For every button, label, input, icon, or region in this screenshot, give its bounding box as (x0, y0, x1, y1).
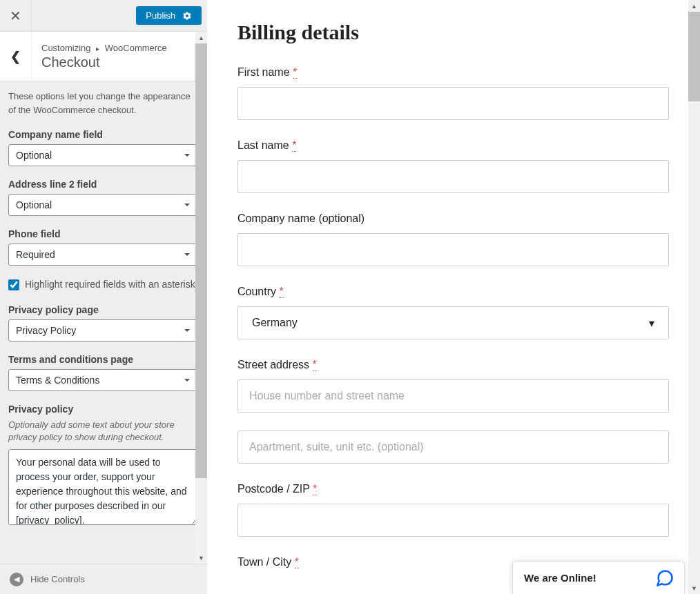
last-name-input[interactable] (237, 160, 669, 193)
last-name-row: Last name * (237, 139, 669, 193)
scroll-down-icon[interactable]: ▼ (688, 582, 700, 594)
country-value: Germany (252, 317, 298, 329)
preview-scrollbar[interactable]: ▲ ▼ (688, 0, 700, 594)
company-name-control: Company name field Optional (8, 129, 199, 166)
sidebar-scrollbar[interactable]: ▲ ▼ (195, 32, 207, 564)
sidebar-footer: ◀ Hide Controls (0, 564, 207, 594)
sidebar-controls: These options let you change the appeara… (0, 81, 207, 564)
scrollbar-thumb[interactable] (688, 12, 700, 101)
company-name-row: Company name (optional) (237, 212, 669, 266)
chevron-left-icon: ❮ (10, 49, 21, 64)
publish-button[interactable]: Publish (136, 6, 202, 25)
first-name-label: First name * (237, 66, 669, 79)
scroll-up-icon[interactable]: ▲ (688, 0, 700, 12)
checkout-preview: Billing details First name * Last name *… (207, 0, 688, 594)
close-icon: ✕ (10, 8, 21, 24)
breadcrumb-path: Customizing ▸ WooCommerce (41, 43, 167, 53)
first-name-input[interactable] (237, 87, 669, 120)
publish-label: Publish (146, 10, 175, 21)
breadcrumb: ❮ Customizing ▸ WooCommerce Checkout (0, 32, 207, 81)
highlight-required-checkbox[interactable] (8, 279, 19, 290)
customizer-sidebar: ✕ Publish ❮ Customizing ▸ WooCommerce Ch… (0, 0, 207, 594)
breadcrumb-section-name: WooCommerce (105, 43, 167, 53)
header-actions: Publish (136, 0, 207, 31)
privacy-page-select[interactable]: Privacy Policy (8, 319, 199, 341)
phone-label: Phone field (8, 228, 199, 239)
privacy-page-label: Privacy policy page (8, 304, 199, 315)
highlight-required-row: Highlight required fields with an asteri… (8, 278, 199, 292)
terms-page-label: Terms and conditions page (8, 354, 199, 365)
phone-select[interactable]: Required (8, 244, 199, 266)
address2-label: Address line 2 field (8, 179, 199, 190)
company-name-select[interactable]: Optional (8, 144, 199, 166)
chat-status-text: We are Online! (524, 572, 596, 584)
street-address-input[interactable] (237, 379, 669, 413)
scrollbar-thumb[interactable] (195, 43, 207, 478)
scroll-up-icon[interactable]: ▲ (195, 32, 207, 43)
scroll-down-icon[interactable]: ▼ (195, 552, 207, 564)
chat-widget[interactable]: We are Online! (512, 561, 685, 594)
required-mark: * (313, 359, 317, 371)
collapse-icon[interactable]: ◀ (10, 573, 23, 586)
hide-controls-button[interactable]: Hide Controls (30, 574, 85, 584)
country-label: Country * (237, 286, 669, 298)
postcode-row: Postcode / ZIP * (237, 483, 669, 537)
chevron-right-icon: ▸ (96, 45, 99, 52)
last-name-label: Last name * (237, 139, 669, 152)
street-address-2-input[interactable] (237, 430, 669, 464)
required-mark: * (279, 286, 283, 298)
privacy-page-control: Privacy policy page Privacy Policy (8, 304, 199, 341)
chat-icon (655, 568, 674, 588)
address2-control: Address line 2 field Optional (8, 179, 199, 216)
privacy-policy-label: Privacy policy (8, 404, 199, 415)
company-name-label: Company name field (8, 129, 199, 140)
postcode-label: Postcode / ZIP * (237, 483, 669, 495)
first-name-row: First name * (237, 66, 669, 120)
postcode-input[interactable] (237, 504, 669, 537)
back-button[interactable]: ❮ (0, 32, 32, 81)
chevron-down-icon: ▾ (649, 317, 654, 330)
company-name-label: Company name (optional) (237, 212, 669, 225)
close-button[interactable]: ✕ (0, 0, 32, 32)
required-mark: * (293, 66, 297, 79)
privacy-policy-textarea[interactable] (8, 449, 199, 525)
phone-control: Phone field Required (8, 228, 199, 266)
sidebar-header: ✕ Publish (0, 0, 207, 32)
required-mark: * (292, 139, 296, 152)
required-mark: * (295, 556, 299, 568)
privacy-policy-help: Optionally add some text about your stor… (8, 419, 199, 444)
breadcrumb-root: Customizing (41, 43, 91, 53)
billing-title: Billing details (237, 21, 669, 44)
description-text: These options let you change the appeara… (8, 90, 199, 117)
gear-icon (182, 11, 192, 21)
page-title: Checkout (41, 55, 167, 70)
terms-page-control: Terms and conditions page Terms & Condit… (8, 354, 199, 391)
highlight-required-label: Highlight required fields with an asteri… (25, 278, 195, 292)
address2-select[interactable]: Optional (8, 194, 199, 216)
street-address-label: Street address * (237, 359, 669, 371)
privacy-policy-control: Privacy policy Optionally add some text … (8, 404, 199, 528)
country-row: Country * Germany ▾ (237, 286, 669, 339)
street-address-row: Street address * (237, 359, 669, 464)
breadcrumb-content: Customizing ▸ WooCommerce Checkout (32, 36, 177, 77)
terms-page-select[interactable]: Terms & Conditions (8, 369, 199, 391)
company-name-input[interactable] (237, 233, 669, 266)
required-mark: * (313, 483, 317, 495)
country-select[interactable]: Germany ▾ (237, 306, 669, 339)
